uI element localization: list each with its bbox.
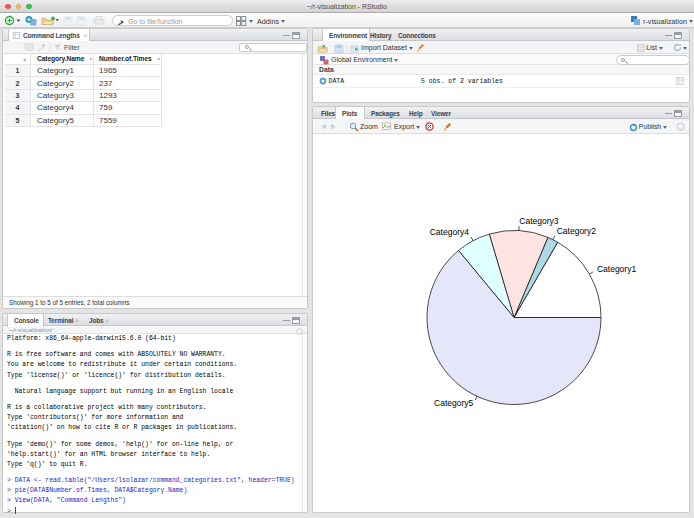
svg-text:Category5: Category5 [434,398,473,408]
svg-text:Category3: Category3 [519,216,558,226]
svg-text:Category2: Category2 [557,226,596,236]
svg-text:Category4: Category4 [430,227,469,237]
svg-text:Category1: Category1 [597,264,636,274]
